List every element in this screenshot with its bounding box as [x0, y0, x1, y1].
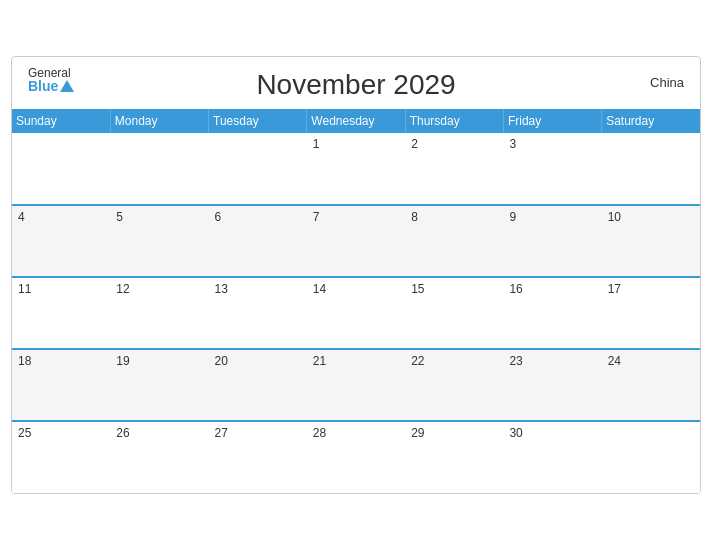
day-number: 7: [313, 210, 320, 224]
country-label: China: [650, 75, 684, 90]
calendar-day-cell: 6: [209, 205, 307, 277]
calendar-week-row: 252627282930: [12, 421, 700, 493]
day-number: 27: [215, 426, 228, 440]
calendar-day-cell: 4: [12, 205, 110, 277]
day-number: 4: [18, 210, 25, 224]
calendar-day-cell: 25: [12, 421, 110, 493]
day-number: 19: [116, 354, 129, 368]
day-number: 29: [411, 426, 424, 440]
calendar-day-cell: [209, 133, 307, 205]
calendar-day-cell: 30: [503, 421, 601, 493]
logo-area: General Blue: [28, 67, 74, 93]
day-number: 22: [411, 354, 424, 368]
day-number: 23: [509, 354, 522, 368]
calendar-day-cell: 8: [405, 205, 503, 277]
calendar-day-cell: 29: [405, 421, 503, 493]
day-number: 18: [18, 354, 31, 368]
weekday-monday: Monday: [110, 109, 208, 133]
day-number: 16: [509, 282, 522, 296]
calendar-day-cell: 22: [405, 349, 503, 421]
day-number: 12: [116, 282, 129, 296]
calendar-day-cell: 11: [12, 277, 110, 349]
day-number: 1: [313, 137, 320, 151]
day-number: 11: [18, 282, 31, 296]
calendar-day-cell: 3: [503, 133, 601, 205]
calendar-day-cell: [110, 133, 208, 205]
calendar-day-cell: 13: [209, 277, 307, 349]
day-number: 9: [509, 210, 516, 224]
calendar-day-cell: 19: [110, 349, 208, 421]
day-number: 24: [608, 354, 621, 368]
calendar-day-cell: 15: [405, 277, 503, 349]
calendar-day-cell: [12, 133, 110, 205]
day-number: 25: [18, 426, 31, 440]
weekday-friday: Friday: [503, 109, 601, 133]
calendar-day-cell: 17: [602, 277, 700, 349]
calendar-day-cell: 27: [209, 421, 307, 493]
calendar-day-cell: 21: [307, 349, 405, 421]
day-number: 3: [509, 137, 516, 151]
calendar-day-cell: 1: [307, 133, 405, 205]
weekday-wednesday: Wednesday: [307, 109, 405, 133]
day-number: 30: [509, 426, 522, 440]
calendar-day-cell: 26: [110, 421, 208, 493]
calendar-day-cell: 20: [209, 349, 307, 421]
day-number: 21: [313, 354, 326, 368]
calendar-week-row: 45678910: [12, 205, 700, 277]
calendar-day-cell: 28: [307, 421, 405, 493]
calendar-week-row: 18192021222324: [12, 349, 700, 421]
logo-blue-text: Blue: [28, 79, 58, 93]
weekday-tuesday: Tuesday: [209, 109, 307, 133]
logo-blue-area: Blue: [28, 79, 74, 93]
calendar-day-cell: 16: [503, 277, 601, 349]
day-number: 6: [215, 210, 222, 224]
day-number: 17: [608, 282, 621, 296]
calendar-week-row: 11121314151617: [12, 277, 700, 349]
day-number: 14: [313, 282, 326, 296]
calendar-title: November 2029: [256, 69, 455, 101]
calendar-day-cell: 18: [12, 349, 110, 421]
calendar-weekdays-header: Sunday Monday Tuesday Wednesday Thursday…: [12, 109, 700, 133]
calendar-day-cell: 23: [503, 349, 601, 421]
calendar-header: General Blue November 2029 China: [12, 57, 700, 109]
calendar-grid: Sunday Monday Tuesday Wednesday Thursday…: [12, 109, 700, 493]
calendar-day-cell: 7: [307, 205, 405, 277]
calendar-day-cell: 14: [307, 277, 405, 349]
weekday-saturday: Saturday: [602, 109, 700, 133]
calendar-body: 1234567891011121314151617181920212223242…: [12, 133, 700, 493]
weekday-thursday: Thursday: [405, 109, 503, 133]
day-number: 26: [116, 426, 129, 440]
calendar-day-cell: 5: [110, 205, 208, 277]
day-number: 5: [116, 210, 123, 224]
calendar-day-cell: 9: [503, 205, 601, 277]
calendar-container: General Blue November 2029 China Sunday …: [11, 56, 701, 494]
day-number: 2: [411, 137, 418, 151]
day-number: 8: [411, 210, 418, 224]
day-number: 15: [411, 282, 424, 296]
day-number: 20: [215, 354, 228, 368]
calendar-day-cell: 2: [405, 133, 503, 205]
calendar-day-cell: 12: [110, 277, 208, 349]
day-number: 13: [215, 282, 228, 296]
weekday-header-row: Sunday Monday Tuesday Wednesday Thursday…: [12, 109, 700, 133]
day-number: 28: [313, 426, 326, 440]
logo-triangle-icon: [60, 80, 74, 92]
day-number: 10: [608, 210, 621, 224]
calendar-day-cell: [602, 421, 700, 493]
weekday-sunday: Sunday: [12, 109, 110, 133]
calendar-day-cell: 10: [602, 205, 700, 277]
calendar-day-cell: 24: [602, 349, 700, 421]
calendar-week-row: 123: [12, 133, 700, 205]
